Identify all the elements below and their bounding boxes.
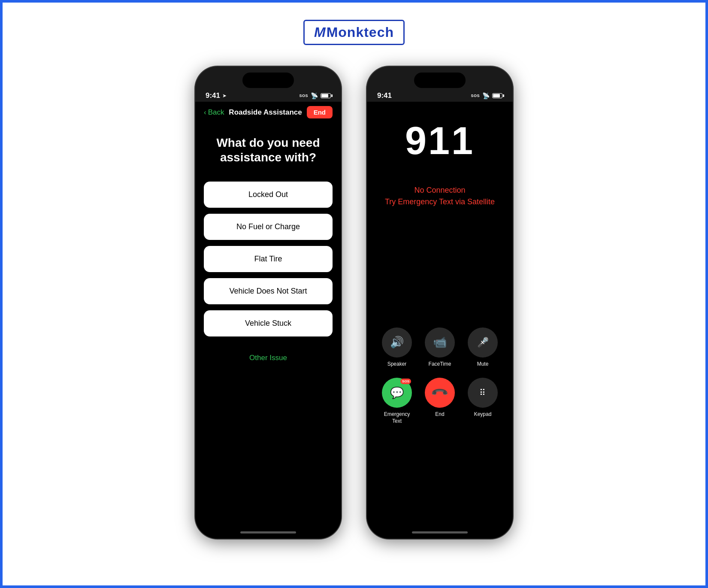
controls-row-2: 💬 SOS EmergencyText 📞 End ⠿ [380, 378, 500, 424]
battery-fill-2 [493, 94, 500, 97]
phone-911: 9:41 SOS 📡 911 No Connection Try Emergen… [367, 67, 513, 539]
home-indicator-1 [240, 531, 296, 533]
battery-2 [492, 93, 502, 98]
emergency-text-button[interactable]: 💬 SOS [382, 378, 412, 408]
speaker-label: Speaker [387, 361, 407, 368]
home-indicator-2 [412, 531, 468, 533]
no-connection-line1: No Connection [375, 185, 504, 196]
logo-box: MMonktech [303, 20, 405, 45]
status-icons-2: SOS 📡 [471, 92, 502, 99]
facetime-icon: 📹 [433, 336, 447, 349]
other-issue-link[interactable]: Other Issue [195, 345, 341, 371]
status-time-2: 9:41 [377, 91, 392, 100]
mute-control: 🎤 ✕ Mute [466, 327, 500, 368]
emergency-text-control: 💬 SOS EmergencyText [380, 378, 414, 424]
no-connection-section: No Connection Try Emergency Text via Sat… [367, 172, 513, 221]
end-call-button-1[interactable]: End [307, 106, 333, 118]
status-time-1: 9:41 [206, 91, 220, 100]
back-button[interactable]: ‹ Back [204, 108, 224, 117]
dynamic-island-1 [242, 73, 294, 88]
satellite-icon-2: 📡 [482, 92, 490, 99]
sos-badge-emergency: SOS [400, 379, 411, 384]
logo-text: MMonktech [314, 24, 394, 40]
location-icon: ➤ [222, 93, 227, 99]
status-icons-1: SOS 📡 [299, 92, 331, 99]
controls-row-1: 🔊 Speaker 📹 FaceTime 🎤 ✕ [380, 327, 500, 368]
emergency-text-label: EmergencyText [384, 411, 410, 424]
dynamic-island-2 [414, 73, 466, 88]
chevron-left-icon: ‹ [204, 108, 206, 117]
header: MMonktech [11, 11, 697, 58]
mute-slash-icon: ✕ [480, 339, 485, 346]
option-locked-out[interactable]: Locked Out [204, 182, 333, 208]
no-connection-line2: Try Emergency Text via Satellite [375, 196, 504, 208]
message-icon: 💬 [390, 386, 404, 400]
battery-fill-1 [321, 94, 328, 97]
status-bar-1: 9:41 ➤ SOS 📡 [195, 88, 341, 102]
facetime-label: FaceTime [429, 361, 451, 368]
sos-label-1: SOS [299, 94, 308, 98]
option-no-fuel[interactable]: No Fuel or Charge [204, 214, 333, 240]
sos-label-2: SOS [471, 94, 480, 98]
phones-container: 9:41 ➤ SOS 📡 ‹ Back Roadside Assistance … [195, 58, 513, 547]
mute-label: Mute [477, 361, 489, 368]
option-no-start[interactable]: Vehicle Does Not Start [204, 278, 333, 304]
keypad-label: Keypad [474, 411, 492, 418]
option-stuck[interactable]: Vehicle Stuck [204, 310, 333, 336]
phone2-content: 911 No Connection Try Emergency Text via… [367, 102, 513, 539]
question-text: What do you need assistance with? [204, 136, 333, 164]
keypad-button[interactable]: ⠿ [468, 378, 498, 408]
facetime-button[interactable]: 📹 [425, 327, 455, 358]
nav-title: Roadside Assistance [229, 108, 302, 117]
end-call-button-2[interactable]: 📞 [425, 378, 455, 408]
question-section: What do you need assistance with? [195, 123, 341, 173]
speaker-button[interactable]: 🔊 [382, 327, 412, 358]
satellite-icon-1: 📡 [311, 92, 318, 99]
keypad-control: ⠿ Keypad [466, 378, 500, 418]
speaker-icon: 🔊 [390, 336, 404, 349]
mute-button[interactable]: 🎤 ✕ [468, 327, 498, 358]
phone1-content: ‹ Back Roadside Assistance End What do y… [195, 102, 341, 539]
keypad-icon: ⠿ [479, 388, 487, 398]
options-list: Locked Out No Fuel or Charge Flat Tire V… [195, 173, 341, 345]
call-controls: 🔊 Speaker 📹 FaceTime 🎤 ✕ [367, 319, 513, 433]
end-control: 📞 End [423, 378, 457, 418]
status-bar-2: 9:41 SOS 📡 [367, 88, 513, 102]
end-label: End [435, 411, 444, 418]
speaker-control: 🔊 Speaker [380, 327, 414, 368]
phone-roadside: 9:41 ➤ SOS 📡 ‹ Back Roadside Assistance … [195, 67, 341, 539]
nav-bar: ‹ Back Roadside Assistance End [195, 102, 341, 123]
call-number: 911 [367, 102, 513, 172]
battery-1 [321, 93, 331, 98]
option-flat-tire[interactable]: Flat Tire [204, 246, 333, 272]
facetime-control: 📹 FaceTime [423, 327, 457, 368]
end-call-icon: 📞 [430, 383, 450, 403]
